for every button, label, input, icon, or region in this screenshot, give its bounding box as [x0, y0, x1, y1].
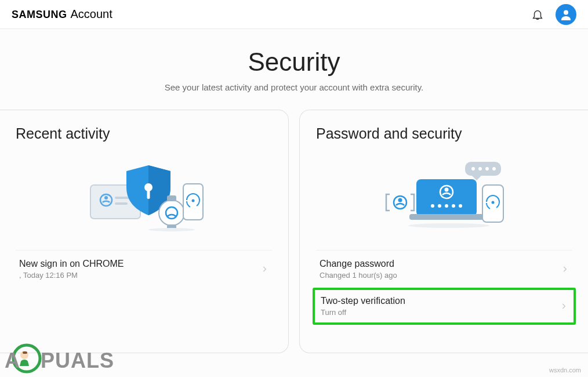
brand[interactable]: SAMSUNG Account: [12, 8, 112, 21]
svg-point-29: [394, 196, 406, 209]
notification-bell-icon[interactable]: [531, 8, 544, 21]
two-step-sub: Turn off: [321, 308, 405, 317]
cards-row: Recent activity: [0, 110, 588, 353]
change-password-sub: Changed 1 hour(s) ago: [320, 271, 397, 280]
page-title: Security: [0, 48, 588, 77]
chevron-right-icon: [561, 265, 569, 273]
chevron-right-icon: [260, 265, 268, 273]
svg-point-33: [492, 201, 495, 204]
svg-point-27: [452, 204, 455, 208]
watermark-logo: A PUALS: [5, 343, 121, 376]
recent-signin-title: New sign in on CHROME: [19, 259, 124, 269]
svg-point-23: [445, 188, 449, 192]
svg-point-14: [192, 200, 195, 202]
chevron-right-icon: [560, 302, 568, 310]
password-security-title: Password and security: [316, 125, 572, 142]
recent-signin-item[interactable]: New sign in on CHROME , Today 12:16 PM: [16, 250, 272, 288]
two-step-labels: Two-step verification Turn off: [321, 296, 405, 317]
svg-rect-9: [167, 195, 176, 201]
svg-point-12: [148, 228, 195, 231]
header: SAMSUNG Account: [0, 0, 588, 29]
profile-avatar-icon[interactable]: [556, 4, 576, 25]
svg-rect-5: [115, 202, 128, 205]
svg-point-18: [485, 167, 489, 171]
svg-point-28: [459, 204, 462, 208]
recent-activity-illustration: [16, 153, 272, 240]
svg-rect-36: [23, 351, 27, 354]
svg-point-24: [431, 204, 434, 208]
two-step-verification-item[interactable]: Two-step verification Turn off: [313, 288, 576, 325]
watermark-source: wsxdn.com: [549, 367, 581, 374]
recent-activity-title: Recent activity: [16, 125, 272, 142]
two-step-title: Two-step verification: [321, 296, 405, 306]
page-subtitle: See your latest activity and protect you…: [0, 82, 588, 92]
page-title-block: Security See your latest activity and pr…: [0, 48, 588, 92]
password-security-illustration: [316, 153, 572, 240]
svg-point-17: [478, 167, 482, 171]
change-password-item[interactable]: Change password Changed 1 hour(s) ago: [316, 250, 572, 288]
svg-point-0: [564, 10, 568, 14]
svg-rect-21: [409, 214, 484, 220]
svg-rect-7: [147, 190, 150, 199]
recent-signin-sub: , Today 12:16 PM: [19, 271, 124, 280]
svg-text:A: A: [5, 349, 20, 372]
brand-samsung: SAMSUNG: [12, 9, 67, 21]
recent-activity-card: Recent activity: [0, 110, 289, 353]
svg-point-8: [159, 200, 184, 226]
svg-point-30: [398, 198, 402, 202]
svg-point-19: [492, 167, 496, 171]
recent-signin-labels: New sign in on CHROME , Today 12:16 PM: [19, 259, 124, 280]
svg-point-25: [438, 204, 441, 208]
svg-point-31: [408, 223, 489, 228]
svg-point-3: [104, 196, 108, 200]
change-password-title: Change password: [320, 259, 397, 269]
header-right: [531, 4, 576, 25]
svg-point-26: [445, 204, 448, 208]
svg-point-16: [471, 167, 475, 171]
change-password-labels: Change password Changed 1 hour(s) ago: [320, 259, 397, 280]
brand-account: Account: [71, 8, 112, 21]
svg-text:PUALS: PUALS: [41, 349, 114, 372]
password-security-card: Password and security: [299, 110, 588, 353]
